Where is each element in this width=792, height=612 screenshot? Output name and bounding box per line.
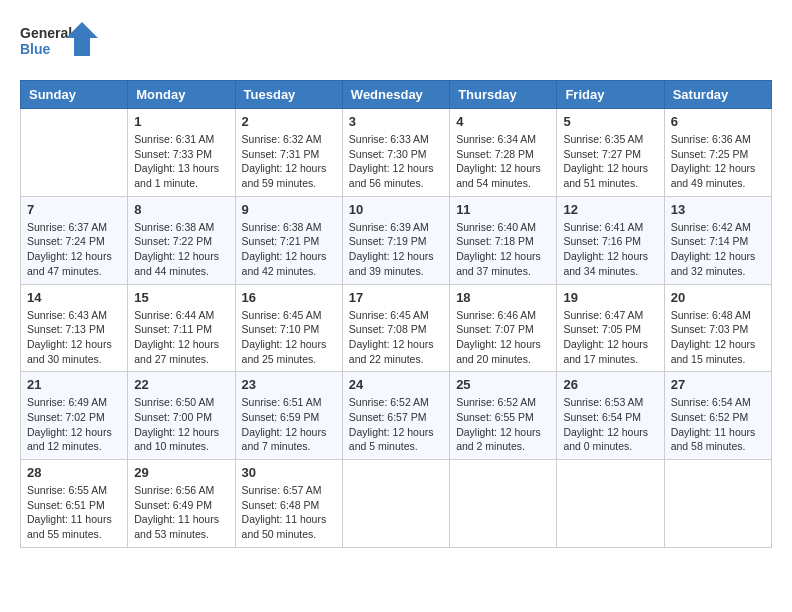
day-info: Sunrise: 6:48 AM Sunset: 7:03 PM Dayligh… bbox=[671, 308, 765, 367]
header-cell-friday: Friday bbox=[557, 81, 664, 109]
day-number: 27 bbox=[671, 377, 765, 392]
day-number: 25 bbox=[456, 377, 550, 392]
day-info: Sunrise: 6:46 AM Sunset: 7:07 PM Dayligh… bbox=[456, 308, 550, 367]
calendar-cell: 22Sunrise: 6:50 AM Sunset: 7:00 PM Dayli… bbox=[128, 372, 235, 460]
day-info: Sunrise: 6:47 AM Sunset: 7:05 PM Dayligh… bbox=[563, 308, 657, 367]
day-info: Sunrise: 6:34 AM Sunset: 7:28 PM Dayligh… bbox=[456, 132, 550, 191]
calendar-cell bbox=[664, 460, 771, 548]
day-number: 12 bbox=[563, 202, 657, 217]
day-info: Sunrise: 6:38 AM Sunset: 7:21 PM Dayligh… bbox=[242, 220, 336, 279]
day-number: 10 bbox=[349, 202, 443, 217]
calendar-cell: 10Sunrise: 6:39 AM Sunset: 7:19 PM Dayli… bbox=[342, 196, 449, 284]
day-info: Sunrise: 6:49 AM Sunset: 7:02 PM Dayligh… bbox=[27, 395, 121, 454]
header-row: SundayMondayTuesdayWednesdayThursdayFrid… bbox=[21, 81, 772, 109]
day-info: Sunrise: 6:32 AM Sunset: 7:31 PM Dayligh… bbox=[242, 132, 336, 191]
day-info: Sunrise: 6:45 AM Sunset: 7:10 PM Dayligh… bbox=[242, 308, 336, 367]
day-number: 9 bbox=[242, 202, 336, 217]
day-info: Sunrise: 6:42 AM Sunset: 7:14 PM Dayligh… bbox=[671, 220, 765, 279]
day-info: Sunrise: 6:33 AM Sunset: 7:30 PM Dayligh… bbox=[349, 132, 443, 191]
calendar-body: 1Sunrise: 6:31 AM Sunset: 7:33 PM Daylig… bbox=[21, 109, 772, 548]
calendar-cell: 30Sunrise: 6:57 AM Sunset: 6:48 PM Dayli… bbox=[235, 460, 342, 548]
day-info: Sunrise: 6:39 AM Sunset: 7:19 PM Dayligh… bbox=[349, 220, 443, 279]
svg-text:Blue: Blue bbox=[20, 41, 51, 57]
calendar-cell bbox=[450, 460, 557, 548]
day-number: 7 bbox=[27, 202, 121, 217]
day-info: Sunrise: 6:53 AM Sunset: 6:54 PM Dayligh… bbox=[563, 395, 657, 454]
calendar-cell: 21Sunrise: 6:49 AM Sunset: 7:02 PM Dayli… bbox=[21, 372, 128, 460]
day-info: Sunrise: 6:51 AM Sunset: 6:59 PM Dayligh… bbox=[242, 395, 336, 454]
day-number: 21 bbox=[27, 377, 121, 392]
day-number: 2 bbox=[242, 114, 336, 129]
day-info: Sunrise: 6:35 AM Sunset: 7:27 PM Dayligh… bbox=[563, 132, 657, 191]
day-number: 3 bbox=[349, 114, 443, 129]
calendar-cell: 16Sunrise: 6:45 AM Sunset: 7:10 PM Dayli… bbox=[235, 284, 342, 372]
day-number: 8 bbox=[134, 202, 228, 217]
calendar-cell: 24Sunrise: 6:52 AM Sunset: 6:57 PM Dayli… bbox=[342, 372, 449, 460]
header-cell-wednesday: Wednesday bbox=[342, 81, 449, 109]
calendar-week-4: 21Sunrise: 6:49 AM Sunset: 7:02 PM Dayli… bbox=[21, 372, 772, 460]
calendar-cell: 6Sunrise: 6:36 AM Sunset: 7:25 PM Daylig… bbox=[664, 109, 771, 197]
day-info: Sunrise: 6:38 AM Sunset: 7:22 PM Dayligh… bbox=[134, 220, 228, 279]
day-info: Sunrise: 6:52 AM Sunset: 6:55 PM Dayligh… bbox=[456, 395, 550, 454]
day-info: Sunrise: 6:37 AM Sunset: 7:24 PM Dayligh… bbox=[27, 220, 121, 279]
day-info: Sunrise: 6:56 AM Sunset: 6:49 PM Dayligh… bbox=[134, 483, 228, 542]
calendar-cell: 25Sunrise: 6:52 AM Sunset: 6:55 PM Dayli… bbox=[450, 372, 557, 460]
calendar-cell: 4Sunrise: 6:34 AM Sunset: 7:28 PM Daylig… bbox=[450, 109, 557, 197]
calendar-week-5: 28Sunrise: 6:55 AM Sunset: 6:51 PM Dayli… bbox=[21, 460, 772, 548]
calendar-cell: 19Sunrise: 6:47 AM Sunset: 7:05 PM Dayli… bbox=[557, 284, 664, 372]
svg-text:General: General bbox=[20, 25, 72, 41]
calendar-week-3: 14Sunrise: 6:43 AM Sunset: 7:13 PM Dayli… bbox=[21, 284, 772, 372]
calendar-cell: 20Sunrise: 6:48 AM Sunset: 7:03 PM Dayli… bbox=[664, 284, 771, 372]
calendar-header: SundayMondayTuesdayWednesdayThursdayFrid… bbox=[21, 81, 772, 109]
calendar-cell: 12Sunrise: 6:41 AM Sunset: 7:16 PM Dayli… bbox=[557, 196, 664, 284]
day-number: 22 bbox=[134, 377, 228, 392]
day-number: 11 bbox=[456, 202, 550, 217]
day-number: 24 bbox=[349, 377, 443, 392]
day-number: 20 bbox=[671, 290, 765, 305]
day-info: Sunrise: 6:50 AM Sunset: 7:00 PM Dayligh… bbox=[134, 395, 228, 454]
calendar-cell: 13Sunrise: 6:42 AM Sunset: 7:14 PM Dayli… bbox=[664, 196, 771, 284]
header-cell-tuesday: Tuesday bbox=[235, 81, 342, 109]
calendar-cell: 23Sunrise: 6:51 AM Sunset: 6:59 PM Dayli… bbox=[235, 372, 342, 460]
calendar-cell bbox=[342, 460, 449, 548]
page-header: GeneralBlue bbox=[20, 20, 772, 64]
day-number: 28 bbox=[27, 465, 121, 480]
day-number: 30 bbox=[242, 465, 336, 480]
header-cell-saturday: Saturday bbox=[664, 81, 771, 109]
calendar-cell: 2Sunrise: 6:32 AM Sunset: 7:31 PM Daylig… bbox=[235, 109, 342, 197]
day-number: 14 bbox=[27, 290, 121, 305]
calendar-cell: 29Sunrise: 6:56 AM Sunset: 6:49 PM Dayli… bbox=[128, 460, 235, 548]
logo: GeneralBlue bbox=[20, 20, 100, 64]
calendar-cell: 15Sunrise: 6:44 AM Sunset: 7:11 PM Dayli… bbox=[128, 284, 235, 372]
calendar-cell bbox=[21, 109, 128, 197]
day-info: Sunrise: 6:40 AM Sunset: 7:18 PM Dayligh… bbox=[456, 220, 550, 279]
header-cell-monday: Monday bbox=[128, 81, 235, 109]
calendar-cell: 5Sunrise: 6:35 AM Sunset: 7:27 PM Daylig… bbox=[557, 109, 664, 197]
day-number: 26 bbox=[563, 377, 657, 392]
day-info: Sunrise: 6:31 AM Sunset: 7:33 PM Dayligh… bbox=[134, 132, 228, 191]
header-cell-sunday: Sunday bbox=[21, 81, 128, 109]
day-number: 5 bbox=[563, 114, 657, 129]
day-info: Sunrise: 6:45 AM Sunset: 7:08 PM Dayligh… bbox=[349, 308, 443, 367]
calendar-week-1: 1Sunrise: 6:31 AM Sunset: 7:33 PM Daylig… bbox=[21, 109, 772, 197]
day-number: 13 bbox=[671, 202, 765, 217]
day-number: 18 bbox=[456, 290, 550, 305]
logo-icon: GeneralBlue bbox=[20, 20, 100, 64]
calendar-cell: 27Sunrise: 6:54 AM Sunset: 6:52 PM Dayli… bbox=[664, 372, 771, 460]
calendar-cell bbox=[557, 460, 664, 548]
day-info: Sunrise: 6:43 AM Sunset: 7:13 PM Dayligh… bbox=[27, 308, 121, 367]
calendar-cell: 1Sunrise: 6:31 AM Sunset: 7:33 PM Daylig… bbox=[128, 109, 235, 197]
day-number: 1 bbox=[134, 114, 228, 129]
day-number: 15 bbox=[134, 290, 228, 305]
calendar-cell: 11Sunrise: 6:40 AM Sunset: 7:18 PM Dayli… bbox=[450, 196, 557, 284]
day-number: 23 bbox=[242, 377, 336, 392]
day-number: 6 bbox=[671, 114, 765, 129]
calendar-cell: 14Sunrise: 6:43 AM Sunset: 7:13 PM Dayli… bbox=[21, 284, 128, 372]
calendar-cell: 9Sunrise: 6:38 AM Sunset: 7:21 PM Daylig… bbox=[235, 196, 342, 284]
day-info: Sunrise: 6:54 AM Sunset: 6:52 PM Dayligh… bbox=[671, 395, 765, 454]
calendar-cell: 3Sunrise: 6:33 AM Sunset: 7:30 PM Daylig… bbox=[342, 109, 449, 197]
calendar-cell: 28Sunrise: 6:55 AM Sunset: 6:51 PM Dayli… bbox=[21, 460, 128, 548]
calendar-table: SundayMondayTuesdayWednesdayThursdayFrid… bbox=[20, 80, 772, 548]
day-info: Sunrise: 6:55 AM Sunset: 6:51 PM Dayligh… bbox=[27, 483, 121, 542]
day-info: Sunrise: 6:52 AM Sunset: 6:57 PM Dayligh… bbox=[349, 395, 443, 454]
